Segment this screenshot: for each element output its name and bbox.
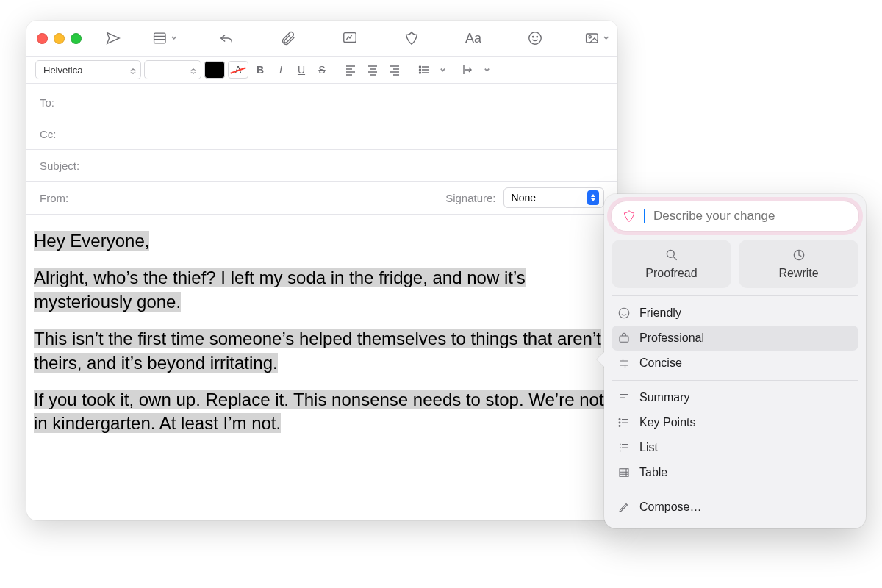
highlight-color-swatch[interactable] — [228, 61, 248, 79]
align-right-button[interactable] — [385, 61, 404, 79]
photo-icon — [584, 30, 600, 46]
format-keypoints[interactable]: Key Points — [612, 410, 858, 435]
header-fields-button[interactable] — [148, 27, 182, 49]
minimize-window-button[interactable] — [54, 33, 65, 44]
format-list-label: List — [639, 441, 658, 454]
subject-row[interactable]: Subject: — [26, 150, 617, 182]
chevron-down-icon — [484, 67, 490, 74]
titlebar: Aa — [26, 21, 617, 56]
tone-professional[interactable]: Professional — [612, 326, 858, 351]
format-keypoints-label: Key Points — [639, 416, 695, 429]
describe-change-input[interactable] — [652, 208, 848, 224]
writing-tools-icon — [404, 30, 420, 46]
list-icon — [617, 441, 631, 454]
font-family-value: Helvetica — [43, 65, 82, 76]
svg-point-3 — [533, 36, 534, 37]
chevron-down-icon — [603, 35, 609, 42]
describe-change-field[interactable] — [612, 201, 858, 231]
italic-button[interactable]: I — [272, 61, 290, 79]
svg-rect-13 — [620, 336, 628, 342]
rewrite-icon — [792, 248, 806, 262]
text-color-swatch[interactable] — [204, 61, 225, 79]
send-button[interactable] — [96, 27, 130, 49]
mail-compose-window: Aa Helvetica B I U S — [26, 21, 617, 520]
text-format-button[interactable]: Aa — [456, 27, 490, 49]
align-center-icon — [367, 64, 379, 76]
align-center-button[interactable] — [363, 61, 382, 79]
tone-professional-label: Professional — [639, 331, 704, 345]
markup-icon — [342, 30, 358, 46]
chevron-down-icon — [171, 35, 177, 42]
tone-concise[interactable]: Concise — [612, 351, 858, 376]
indent-dropdown[interactable] — [481, 61, 492, 79]
window-controls — [37, 33, 82, 44]
format-summary-label: Summary — [639, 391, 689, 404]
emoji-smile-icon — [527, 30, 543, 46]
svg-rect-17 — [620, 469, 628, 477]
tone-friendly-label: Friendly — [639, 306, 681, 320]
list-style-dropdown[interactable] — [437, 61, 448, 79]
body-paragraph[interactable]: Hey Everyone, — [34, 231, 149, 251]
svg-point-4 — [537, 36, 537, 37]
compose-label: Compose… — [639, 501, 701, 514]
svg-point-16 — [619, 426, 620, 427]
close-window-button[interactable] — [37, 33, 48, 44]
svg-point-9 — [420, 72, 421, 74]
signature-value: None — [512, 192, 536, 204]
paperclip-icon — [280, 30, 296, 46]
font-family-select[interactable]: Helvetica — [35, 60, 141, 79]
sparkle-icon — [622, 209, 637, 223]
rewrite-button[interactable]: Rewrite — [739, 240, 858, 288]
svg-rect-0 — [154, 33, 165, 43]
format-label: Aa — [465, 31, 481, 46]
cc-row[interactable]: Cc: — [26, 118, 617, 150]
summary-icon — [617, 391, 631, 404]
body-paragraph[interactable]: If you took it, own up. Replace it. This… — [34, 390, 604, 433]
format-list[interactable]: List — [612, 435, 858, 460]
from-row: From: Signature: None — [26, 182, 617, 215]
bold-button[interactable]: B — [251, 61, 269, 79]
svg-point-14 — [619, 419, 620, 420]
svg-point-8 — [420, 69, 421, 71]
reply-arrow-icon — [218, 30, 234, 46]
concise-icon — [617, 356, 631, 370]
tone-menu: Friendly Professional Concise Summary — [612, 295, 858, 524]
writing-tools-button[interactable] — [395, 27, 429, 49]
list-icon — [418, 64, 430, 76]
message-headers: To: Cc: Subject: From: Signature: None — [26, 84, 617, 218]
proofread-button[interactable]: Proofread — [612, 240, 731, 288]
body-paragraph[interactable]: Alright, who’s the thief? I left my soda… — [34, 268, 526, 311]
emoji-button[interactable] — [518, 27, 552, 49]
stepper-icon — [587, 190, 599, 205]
chevron-down-icon — [440, 67, 446, 74]
list-style-button[interactable] — [415, 61, 434, 79]
compose-item[interactable]: Compose… — [612, 495, 858, 520]
to-row[interactable]: To: — [26, 87, 617, 118]
svg-point-7 — [420, 66, 421, 68]
format-summary[interactable]: Summary — [612, 385, 858, 410]
indent-button[interactable] — [459, 61, 478, 79]
strikethrough-button[interactable]: S — [313, 61, 331, 79]
cc-label: Cc: — [40, 128, 85, 140]
zoom-window-button[interactable] — [71, 33, 82, 44]
reply-button[interactable] — [209, 27, 243, 49]
font-size-select[interactable] — [144, 60, 201, 79]
tone-friendly[interactable]: Friendly — [612, 301, 858, 326]
format-table[interactable]: Table — [612, 460, 858, 485]
insert-photo-button[interactable] — [580, 27, 614, 49]
svg-point-6 — [589, 36, 591, 38]
paper-plane-icon — [105, 30, 121, 46]
signature-select[interactable]: None — [503, 187, 604, 208]
align-right-icon — [389, 64, 401, 76]
message-body[interactable]: Hey Everyone, Alright, who’s the thief? … — [26, 218, 617, 520]
attach-button[interactable] — [271, 27, 305, 49]
markup-button[interactable] — [333, 27, 367, 49]
body-paragraph[interactable]: This isn’t the first time someone’s help… — [34, 329, 601, 372]
underline-button[interactable]: U — [293, 61, 310, 79]
writing-tools-popover: Proofread Rewrite Friendly Professional — [604, 194, 866, 528]
format-bar: Helvetica B I U S — [26, 56, 617, 84]
proofread-label: Proofread — [645, 267, 697, 280]
svg-point-12 — [619, 308, 629, 318]
signature-label: Signature: — [445, 192, 495, 204]
align-left-button[interactable] — [341, 61, 360, 79]
